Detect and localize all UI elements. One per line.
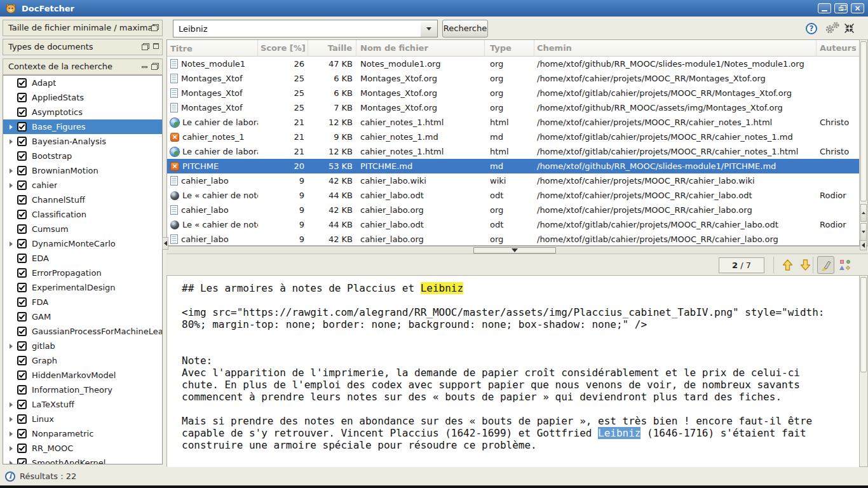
preview-vertical-scrollbar[interactable] bbox=[859, 275, 868, 467]
highlighting-toggle-button[interactable] bbox=[817, 256, 834, 274]
shrink-window-icon[interactable] bbox=[844, 23, 855, 34]
previous-occurrence-button[interactable] bbox=[779, 256, 796, 274]
table-row[interactable]: Le « cahier de note944 KBcahier_labo.odt… bbox=[167, 217, 859, 232]
checkbox-icon[interactable] bbox=[17, 137, 27, 146]
checkbox-icon[interactable] bbox=[17, 151, 27, 161]
tree-item[interactable]: Graph bbox=[3, 353, 162, 368]
table-row[interactable]: Le cahier de labora2112 KBcahier_notes_1… bbox=[167, 144, 859, 159]
checkbox-icon[interactable] bbox=[17, 166, 27, 175]
tree-item[interactable]: SmoothAndKernel bbox=[3, 456, 162, 464]
table-row[interactable]: Le cahier de labora2112 KBcahier_notes_1… bbox=[167, 115, 859, 130]
tree-item[interactable]: GaussianProcessForMachineLea bbox=[3, 324, 162, 339]
tree-item[interactable]: FDA bbox=[3, 295, 162, 309]
minimize-panel-icon[interactable] bbox=[142, 66, 147, 68]
tree-item[interactable]: ErrorPropagation bbox=[3, 266, 162, 280]
tree-item[interactable]: GAM bbox=[3, 309, 162, 324]
tree-item[interactable]: Cumsum bbox=[3, 222, 162, 236]
table-row[interactable]: Notes_module12647 KBNotes_module1.orgorg… bbox=[167, 57, 859, 71]
tree-item[interactable]: gitlab bbox=[3, 339, 162, 353]
checkbox-icon[interactable] bbox=[17, 78, 27, 88]
tree-item[interactable]: Information_Theory bbox=[3, 383, 162, 397]
gears-icon[interactable] bbox=[824, 21, 841, 35]
checkbox-icon[interactable] bbox=[17, 385, 27, 395]
expander-icon[interactable] bbox=[10, 183, 13, 188]
checkbox-icon[interactable] bbox=[17, 239, 27, 248]
checkbox-icon[interactable] bbox=[17, 210, 27, 219]
html-preview-toggle-button[interactable] bbox=[837, 256, 853, 274]
tree-item[interactable]: Bootstrap bbox=[3, 149, 162, 163]
restore-panel-icon[interactable] bbox=[142, 43, 149, 50]
tree-item[interactable]: HiddenMarkovModel bbox=[3, 368, 162, 383]
tree-item[interactable]: Bayesian-Analysis bbox=[3, 134, 162, 149]
checkbox-icon[interactable] bbox=[17, 107, 27, 117]
tree-item[interactable]: cahier bbox=[3, 178, 162, 193]
tree-item[interactable]: Nonparametric bbox=[3, 426, 162, 441]
restore-panel-icon[interactable] bbox=[151, 24, 159, 31]
tree-item[interactable]: ExperimentalDesign bbox=[3, 280, 162, 295]
scroll-up-button[interactable] bbox=[860, 204, 867, 222]
panel-file-size[interactable]: Taille de fichier minimale / maximal bbox=[3, 20, 163, 36]
expander-icon[interactable] bbox=[10, 344, 13, 349]
column-header-chemin[interactable]: Chemin bbox=[534, 40, 817, 57]
panel-document-types[interactable]: Types de documents bbox=[3, 39, 163, 55]
table-row[interactable]: Montages_Xtof256 KBMontages_Xtof.orgorg/… bbox=[167, 71, 859, 86]
checkbox-icon[interactable] bbox=[17, 414, 27, 424]
checkbox-icon[interactable] bbox=[17, 297, 27, 307]
expander-icon[interactable] bbox=[10, 125, 13, 130]
table-row[interactable]: cahier_labo942 KBcahier_labo.orgorg/home… bbox=[167, 232, 859, 246]
tree-item[interactable]: LaTeXstuff bbox=[3, 397, 162, 412]
table-row[interactable]: cahier_labo942 KBcahier_labo.wikiwiki/ho… bbox=[167, 173, 859, 188]
table-row[interactable]: cahier_labo942 KBcahier_labo.orgorg/home… bbox=[167, 203, 859, 217]
tree-item[interactable]: DynamicMonteCarlo bbox=[3, 236, 162, 251]
expander-icon[interactable] bbox=[10, 431, 13, 437]
checkbox-icon[interactable] bbox=[17, 458, 27, 464]
restore-button[interactable] bbox=[834, 3, 848, 13]
checkbox-icon[interactable] bbox=[17, 180, 27, 190]
checkbox-icon[interactable] bbox=[17, 283, 27, 292]
maximize-panel-icon[interactable] bbox=[153, 43, 159, 49]
table-row[interactable]: cahier_notes_1219 KBcahier_notes_1.mdmd/… bbox=[167, 130, 859, 144]
column-header-titre[interactable]: Titre bbox=[167, 40, 258, 57]
checkbox-icon[interactable] bbox=[17, 400, 27, 409]
column-header-score[interactable]: Score [%] bbox=[258, 40, 308, 57]
checkbox-icon[interactable] bbox=[17, 268, 27, 278]
restore-panel-icon[interactable] bbox=[151, 63, 159, 70]
expander-icon[interactable] bbox=[10, 139, 13, 144]
tree-item[interactable]: ChannelStuff bbox=[3, 193, 162, 207]
column-header-auteurs[interactable]: Auteurs bbox=[817, 40, 856, 57]
table-row[interactable]: PITCHME2053 KBPITCHME.mdmd/home/xtof/git… bbox=[167, 159, 859, 173]
table-row[interactable]: Le « cahier de note944 KBcahier_labo.odt… bbox=[167, 188, 859, 203]
expander-icon[interactable] bbox=[10, 417, 13, 422]
table-row[interactable]: Montages_Xtof257 KBMontages_Xtof.orgorg/… bbox=[167, 100, 859, 115]
checkbox-icon[interactable] bbox=[17, 254, 27, 263]
help-icon[interactable]: ? bbox=[806, 23, 817, 34]
scrollbar-thumb[interactable] bbox=[860, 41, 867, 201]
column-header-type[interactable]: Type bbox=[485, 40, 534, 57]
table-row[interactable]: Montages_Xtof256 KBMontages_Xtof.orgorg/… bbox=[167, 86, 859, 100]
tree-item[interactable]: BrownianMotion bbox=[3, 163, 162, 178]
column-header-nom[interactable]: Nom de fichier bbox=[356, 40, 485, 57]
checkbox-icon[interactable] bbox=[17, 370, 27, 380]
tree-item[interactable]: AppliedStats bbox=[3, 90, 162, 105]
expander-icon[interactable] bbox=[10, 461, 13, 465]
table-preview-splitter[interactable] bbox=[166, 246, 868, 254]
checkbox-icon[interactable] bbox=[17, 93, 27, 102]
expander-icon[interactable] bbox=[10, 446, 13, 451]
tree-item[interactable]: Base_Figures bbox=[3, 119, 162, 134]
tree-item[interactable]: Asymptotics bbox=[3, 105, 162, 119]
next-occurrence-button[interactable] bbox=[797, 256, 814, 274]
tree-item[interactable]: EDA bbox=[3, 251, 162, 266]
checkbox-icon[interactable] bbox=[17, 122, 27, 132]
expander-icon[interactable] bbox=[10, 241, 13, 247]
checkbox-icon[interactable] bbox=[17, 327, 27, 336]
tree-item[interactable]: Classification bbox=[3, 207, 162, 222]
checkbox-icon[interactable] bbox=[17, 224, 27, 234]
panel-collapse-handle[interactable] bbox=[860, 240, 867, 250]
checkbox-icon[interactable] bbox=[17, 341, 27, 351]
scroll-down-button[interactable] bbox=[860, 223, 867, 241]
search-button[interactable]: Recherche bbox=[442, 20, 488, 37]
search-input[interactable] bbox=[173, 20, 421, 37]
checkbox-icon[interactable] bbox=[17, 429, 27, 438]
expander-icon[interactable] bbox=[10, 402, 13, 407]
checkbox-icon[interactable] bbox=[17, 356, 27, 365]
